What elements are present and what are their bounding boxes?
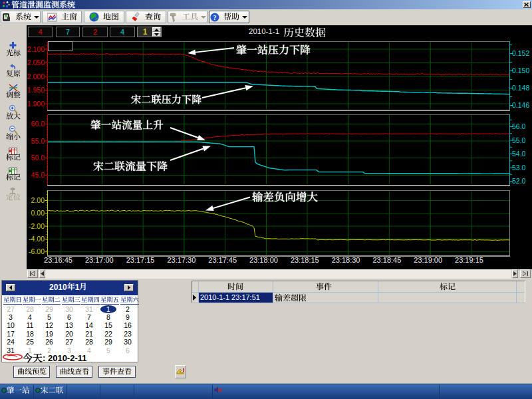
svg-text:0.150: 0.150 [512, 66, 529, 74]
svg-text:23:18:15: 23:18:15 [291, 256, 319, 264]
svg-text:0.148: 0.148 [512, 84, 529, 92]
svg-text:52.0: 52.0 [512, 177, 526, 185]
svg-text:23:18:00: 23:18:00 [249, 256, 278, 264]
svg-text:1.900: 1.900 [27, 100, 45, 108]
svg-text:53.0: 53.0 [512, 164, 526, 172]
svg-text:2.000: 2.000 [27, 72, 45, 80]
svg-text:?: ? [213, 14, 217, 21]
svg-text:23:16:45: 23:16:45 [44, 256, 72, 264]
svg-text:23:17:45: 23:17:45 [208, 256, 237, 264]
svg-text:2.050: 2.050 [27, 59, 45, 66]
svg-text:0.152: 0.152 [512, 49, 529, 57]
svg-text:23:18:45: 23:18:45 [372, 256, 401, 264]
svg-text:50.0: 50.0 [31, 154, 45, 162]
svg-text:60.0: 60.0 [31, 120, 45, 128]
svg-text:-6.00: -6.00 [29, 247, 45, 255]
svg-text:-2.00: -2.00 [29, 222, 45, 230]
svg-text:23:17:30: 23:17:30 [167, 256, 196, 264]
svg-text:2010-1-1: 2010-1-1 [249, 27, 279, 35]
svg-text:-4.00: -4.00 [29, 235, 45, 243]
svg-text:55.0: 55.0 [31, 137, 45, 145]
svg-text:23:19:15: 23:19:15 [455, 256, 483, 264]
svg-text:0.146: 0.146 [512, 101, 529, 109]
svg-text:45.0: 45.0 [31, 171, 45, 179]
svg-text:0.00: 0.00 [31, 209, 45, 217]
svg-text:54.0: 54.0 [512, 150, 526, 158]
svg-text:23:17:00: 23:17:00 [85, 256, 114, 264]
svg-text:2.100: 2.100 [27, 45, 45, 53]
svg-text:23:18:30: 23:18:30 [332, 256, 360, 264]
svg-text:23:17:15: 23:17:15 [126, 256, 155, 264]
svg-text:2.00: 2.00 [31, 196, 45, 204]
svg-text:23:19:00: 23:19:00 [414, 256, 442, 264]
svg-text:1.950: 1.950 [27, 86, 45, 94]
svg-text:56.0: 56.0 [512, 122, 526, 130]
svg-text:55.0: 55.0 [512, 136, 526, 144]
